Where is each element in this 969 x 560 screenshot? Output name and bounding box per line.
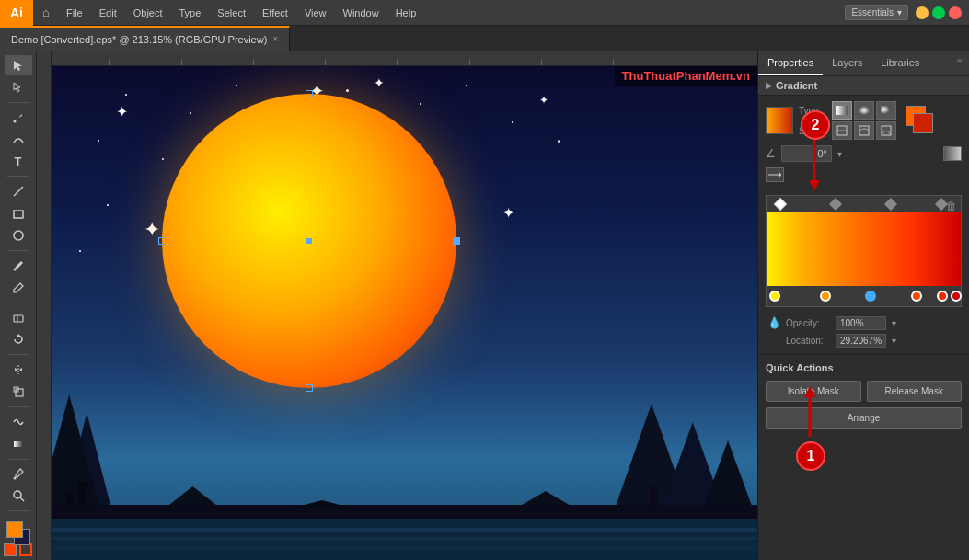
- radial-gradient-btn[interactable]: [854, 101, 874, 120]
- color-stop-4[interactable]: [911, 291, 922, 302]
- maximize-button[interactable]: [932, 6, 945, 19]
- toolbar-divider-7: [7, 459, 29, 460]
- menu-type[interactable]: Type: [172, 0, 209, 26]
- selection-handle[interactable]: [306, 90, 313, 97]
- color-stop-3-selected[interactable]: [865, 291, 876, 302]
- tab-properties[interactable]: Properties: [758, 51, 823, 75]
- curvature-tool[interactable]: [5, 130, 32, 150]
- arrange-button[interactable]: Arrange: [766, 407, 962, 429]
- svg-point-3: [14, 231, 23, 240]
- svg-point-13: [14, 491, 21, 498]
- gradient-tool[interactable]: [5, 434, 32, 454]
- color-stop-5[interactable]: [937, 291, 948, 302]
- reflect-tool[interactable]: [5, 360, 32, 380]
- stop-diamond-2[interactable]: [829, 198, 842, 211]
- opacity-label: Opacity:: [786, 318, 832, 328]
- foreground-swatch[interactable]: [6, 521, 23, 538]
- svg-rect-29: [859, 126, 869, 135]
- stop-diamond-3[interactable]: [884, 198, 897, 211]
- gradient-color-swatch[interactable]: [766, 107, 793, 134]
- isolate-mask-button[interactable]: Isolate Mask: [766, 381, 861, 402]
- watermark: ThuThuatPhanMem.vn: [615, 66, 757, 86]
- freeform-gradient-btn[interactable]: [876, 101, 896, 120]
- canvas-content[interactable]: ✦ ✦ ✦ ✦ ✦ ✦ ✦: [52, 66, 757, 560]
- tab-layers[interactable]: Layers: [823, 51, 871, 75]
- eyedropper-button[interactable]: 💧: [766, 314, 782, 331]
- rotate-tool[interactable]: [5, 329, 32, 349]
- menu-file[interactable]: File: [59, 0, 90, 26]
- star: [162, 158, 164, 160]
- selection-handle[interactable]: [453, 237, 460, 245]
- menu-effect[interactable]: Effect: [255, 0, 295, 26]
- linear-gradient-btn[interactable]: [832, 101, 852, 120]
- tab-title: Demo [Converted].eps* @ 213.15% (RGB/GPU…: [11, 34, 267, 45]
- reverse-gradient-area: [943, 146, 962, 161]
- select-tool[interactable]: [5, 55, 32, 75]
- eyedropper-tool[interactable]: [5, 463, 32, 484]
- angle-row: ∠ ▾: [766, 145, 962, 162]
- collapse-arrow-icon[interactable]: ▶: [766, 81, 772, 90]
- eraser-tool[interactable]: [5, 308, 32, 328]
- extra-options-row: [766, 167, 962, 182]
- stroke-btn-3[interactable]: [876, 121, 896, 140]
- scale-tool[interactable]: [5, 382, 32, 402]
- reverse-gradient-btn[interactable]: [943, 146, 962, 161]
- warp-tool[interactable]: [5, 412, 32, 432]
- direct-select-tool[interactable]: [5, 77, 32, 97]
- delete-stop-button[interactable]: 🗑: [946, 200, 957, 212]
- opacity-dropdown[interactable]: ▾: [892, 318, 896, 328]
- document-tab[interactable]: Demo [Converted].eps* @ 213.15% (RGB/GPU…: [0, 26, 290, 51]
- svg-rect-5: [14, 315, 23, 322]
- angle-dropdown[interactable]: ▾: [837, 149, 842, 159]
- main-layout: T: [0, 51, 969, 560]
- tab-libraries[interactable]: Libraries: [871, 51, 929, 75]
- stroke-indicator[interactable]: [19, 543, 32, 556]
- svg-line-14: [20, 497, 24, 501]
- panel-options-button[interactable]: ≡: [951, 51, 969, 70]
- app-logo: Ai: [0, 0, 33, 26]
- stop-diamond-1[interactable]: [774, 198, 787, 211]
- pencil-tool[interactable]: [5, 278, 32, 298]
- zoom-tool[interactable]: [5, 486, 32, 506]
- color-stop-1[interactable]: [769, 291, 780, 302]
- location-dropdown[interactable]: ▾: [892, 336, 896, 346]
- menu-select[interactable]: Select: [210, 0, 253, 26]
- bg-color-swatch[interactable]: [913, 113, 933, 133]
- rect-tool[interactable]: [5, 203, 32, 223]
- tab-close-icon[interactable]: ×: [272, 34, 278, 44]
- star: [107, 204, 109, 206]
- menu-edit[interactable]: Edit: [92, 0, 124, 26]
- angle-input[interactable]: [781, 145, 832, 162]
- menu-window[interactable]: Window: [336, 0, 386, 26]
- center-point: [306, 238, 312, 244]
- gradient-color-bar[interactable]: [767, 212, 961, 286]
- menu-help[interactable]: Help: [388, 0, 424, 26]
- fill-indicator[interactable]: [4, 543, 17, 556]
- sparkle-star: ✦: [539, 94, 548, 107]
- close-button[interactable]: [949, 6, 962, 19]
- type-stroke-col: Type:: [799, 101, 896, 140]
- color-stop-2[interactable]: [820, 291, 831, 302]
- right-area: Essentials ▾: [845, 5, 969, 20]
- line-tool[interactable]: [5, 181, 32, 201]
- pen-tool[interactable]: [5, 108, 32, 128]
- canvas-area[interactable]: ✦ ✦ ✦ ✦ ✦ ✦ ✦: [37, 51, 757, 560]
- menu-object[interactable]: Object: [126, 0, 170, 26]
- minimize-button[interactable]: [916, 6, 929, 19]
- location-input[interactable]: [836, 334, 886, 348]
- home-icon[interactable]: ⌂: [33, 0, 59, 26]
- workspace-selector[interactable]: Essentials ▾: [845, 5, 908, 20]
- stroke-btn-1[interactable]: [832, 121, 852, 140]
- stroke-btn-2[interactable]: [854, 121, 874, 140]
- paintbrush-tool[interactable]: [5, 256, 32, 276]
- menu-view[interactable]: View: [297, 0, 334, 26]
- release-mask-button[interactable]: Release Mask: [867, 381, 963, 402]
- stroke-row: Stroke:: [799, 121, 896, 140]
- gradient-options-btn[interactable]: [766, 167, 784, 182]
- type-tool[interactable]: T: [5, 152, 32, 172]
- ellipse-tool[interactable]: [5, 225, 32, 246]
- opacity-input[interactable]: [836, 316, 886, 330]
- selection-handle[interactable]: [158, 237, 166, 245]
- mask-buttons-row: Isolate Mask Release Mask: [766, 381, 962, 402]
- color-stop-6[interactable]: [951, 291, 962, 302]
